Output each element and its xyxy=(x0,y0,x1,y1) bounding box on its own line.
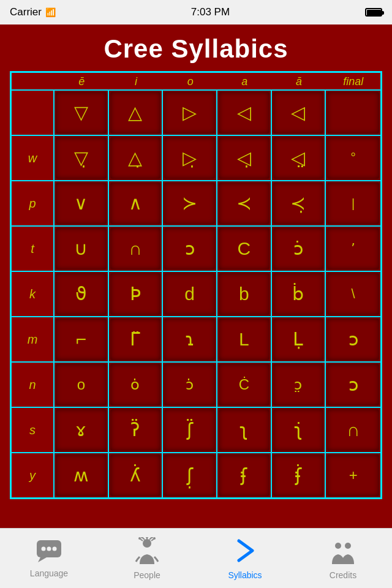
cell-p-4[interactable]: ≺̣ xyxy=(272,181,326,225)
grid-row-n: n ο ο̇ ɔ̇ Ċ ɔ̤ ɔ xyxy=(12,361,380,407)
carrier-label: Carrier xyxy=(10,6,42,18)
cell-s-4[interactable]: ʅ̇ xyxy=(272,408,326,452)
cell-y-3[interactable]: ʄ xyxy=(217,453,272,497)
row-label-y: y xyxy=(12,453,55,497)
svg-line-9 xyxy=(140,539,143,541)
row-label-n: n xyxy=(12,363,55,407)
svg-point-16 xyxy=(335,543,341,549)
row-label-p: p xyxy=(12,181,55,225)
tab-language[interactable]: Language xyxy=(0,529,98,588)
cell-y-5[interactable]: + xyxy=(326,453,380,497)
cell-p-2[interactable]: ≻ xyxy=(163,181,217,225)
cell-w-0[interactable]: ▽̣ xyxy=(55,136,109,180)
tab-language-label: Language xyxy=(30,568,68,578)
tab-people[interactable]: People xyxy=(98,529,196,588)
cell-t-4[interactable]: ɔ̇ xyxy=(272,227,326,271)
cell-0-4[interactable]: ◁ xyxy=(272,91,326,135)
tab-credits[interactable]: Credits xyxy=(294,529,392,588)
column-headers: ē i o a ā final xyxy=(12,73,380,89)
svg-line-7 xyxy=(143,538,145,540)
cell-m-4[interactable]: Ḷ xyxy=(272,317,326,361)
cell-m-3[interactable]: L xyxy=(217,317,272,361)
chevron-right-icon xyxy=(232,537,258,567)
cell-w-5[interactable]: ° xyxy=(326,136,380,180)
row-label-s: s xyxy=(12,408,55,452)
cell-0-5[interactable] xyxy=(326,91,380,135)
status-left: Carrier 📶 xyxy=(10,6,56,18)
grid-row-w: w ▽̣ △̣ ▷̣ ◁̣ ◁̤ ° xyxy=(12,135,380,180)
cell-p-0[interactable]: ∨ xyxy=(55,181,109,225)
row-label-t: t xyxy=(12,227,55,271)
tab-bar: Language xyxy=(0,528,392,588)
row-label-k: k xyxy=(12,272,55,316)
cell-y-0[interactable]: ʍ xyxy=(55,453,109,497)
status-bar: Carrier 📶 7:03 PM xyxy=(0,0,392,24)
people-group-icon xyxy=(330,537,356,567)
cell-n-3[interactable]: Ċ xyxy=(217,363,272,407)
cell-p-3[interactable]: ≺ xyxy=(217,181,272,225)
cell-0-1[interactable]: △ xyxy=(109,91,164,135)
cell-k-3[interactable]: b xyxy=(217,272,272,316)
cell-k-5[interactable]: \ xyxy=(326,272,380,316)
cell-n-1[interactable]: ο̇ xyxy=(109,363,164,407)
cell-k-1[interactable]: Ϸ xyxy=(109,272,164,316)
grid-row-m: m ⌐ Γ̈ ɿ L Ḷ ɔ xyxy=(12,316,380,361)
cell-y-2[interactable]: ʃ̣ xyxy=(163,453,217,497)
cell-n-5[interactable]: ɔ xyxy=(326,363,380,407)
cell-m-0[interactable]: ⌐ xyxy=(55,317,109,361)
cell-n-4[interactable]: ɔ̤ xyxy=(272,363,326,407)
grid-row-t: t ∪ ∩ ɔ C ɔ̇ ʼ xyxy=(12,225,380,271)
cell-m-2[interactable]: ɿ xyxy=(163,317,217,361)
svg-point-4 xyxy=(53,546,57,551)
cell-m-5[interactable]: ɔ xyxy=(326,317,380,361)
cell-t-3[interactable]: C xyxy=(217,227,272,271)
cell-0-0[interactable]: ▽ xyxy=(55,91,109,135)
cell-0-3[interactable]: ◁ xyxy=(217,91,272,135)
col-header-aa: ā xyxy=(272,75,326,88)
cell-n-2[interactable]: ɔ̇ xyxy=(163,363,217,407)
tab-syllabics[interactable]: Syllabics xyxy=(196,529,294,588)
cell-m-1[interactable]: Γ̈ xyxy=(109,317,164,361)
svg-line-10 xyxy=(151,539,154,541)
cell-s-5[interactable]: ∩ xyxy=(326,408,380,452)
speech-bubble-icon xyxy=(36,539,62,565)
cell-p-1[interactable]: ∧ xyxy=(109,181,164,225)
syllabics-grid-container: ē i o a ā final ▽ △ ▷ ◁ ◁ w ▽̣ △̣ ▷̣ ◁̣ … xyxy=(10,71,382,499)
tab-credits-label: Credits xyxy=(330,570,356,580)
status-time: 7:03 PM xyxy=(191,6,230,18)
svg-point-11 xyxy=(146,537,148,538)
cell-k-4[interactable]: ḃ xyxy=(272,272,326,316)
cell-k-2[interactable]: d xyxy=(163,272,217,316)
cell-0-2[interactable]: ▷ xyxy=(163,91,217,135)
cell-w-3[interactable]: ◁̣ xyxy=(217,136,272,180)
svg-point-2 xyxy=(42,546,46,551)
row-label-w: w xyxy=(12,136,55,180)
grid-row-p: p ∨ ∧ ≻ ≺ ≺̣ | xyxy=(12,180,380,225)
cell-s-3[interactable]: ʅ xyxy=(217,408,272,452)
cell-w-1[interactable]: △̣ xyxy=(109,136,164,180)
col-header-e: ē xyxy=(55,75,109,88)
cell-y-4[interactable]: ʄ̇ xyxy=(272,453,326,497)
svg-point-17 xyxy=(345,543,351,549)
app-title: Cree Syllabics xyxy=(0,34,392,64)
cell-s-0[interactable]: ɤ xyxy=(55,408,109,452)
cell-s-2[interactable]: ʃ̈ xyxy=(163,408,217,452)
cell-w-2[interactable]: ▷̣ xyxy=(163,136,217,180)
col-header-o: o xyxy=(163,75,217,88)
cell-t-5[interactable]: ʼ xyxy=(326,227,380,271)
cell-t-0[interactable]: ∪ xyxy=(55,227,109,271)
cell-t-2[interactable]: ɔ xyxy=(163,227,217,271)
tab-people-label: People xyxy=(134,570,160,580)
cell-w-4[interactable]: ◁̤ xyxy=(272,136,326,180)
svg-point-15 xyxy=(153,537,156,540)
cell-y-1[interactable]: ʎ̇ xyxy=(109,453,164,497)
cell-k-0[interactable]: ϑ xyxy=(55,272,109,316)
native-person-icon xyxy=(134,537,160,567)
cell-s-1[interactable]: ʔ̈ xyxy=(109,408,164,452)
cell-t-1[interactable]: ∩ xyxy=(109,227,164,271)
cell-p-5[interactable]: | xyxy=(326,181,380,225)
row-label-0 xyxy=(12,91,55,135)
grid-row-k: k ϑ Ϸ d b ḃ \ xyxy=(12,271,380,316)
svg-point-5 xyxy=(143,539,151,548)
cell-n-0[interactable]: ο xyxy=(55,363,109,407)
